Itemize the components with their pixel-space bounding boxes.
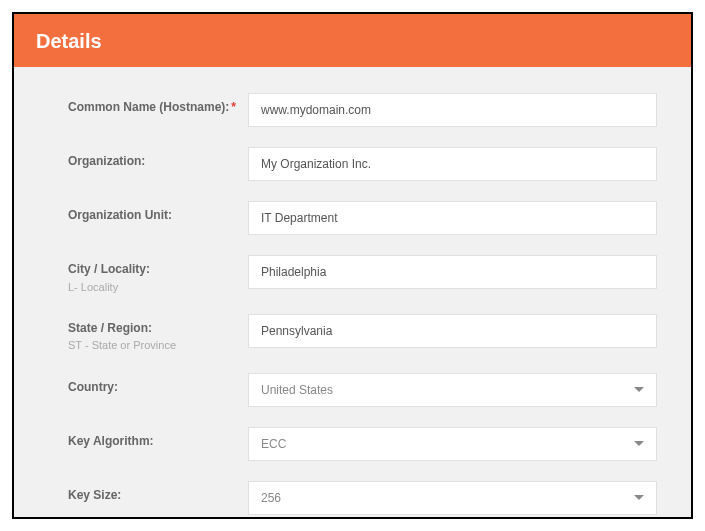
key-size-select[interactable]: 256 bbox=[248, 481, 657, 515]
row-key-algorithm: Key Algorithm: ECC bbox=[68, 427, 657, 461]
row-common-name: Common Name (Hostname):* bbox=[68, 93, 657, 127]
details-panel: Details Common Name (Hostname):* Organiz… bbox=[12, 12, 693, 519]
label-org-unit: Organization Unit: bbox=[68, 201, 248, 224]
row-country: Country: United States bbox=[68, 373, 657, 407]
label-city-hint: L- Locality bbox=[68, 280, 248, 294]
country-select[interactable]: United States bbox=[248, 373, 657, 407]
country-value: United States bbox=[261, 383, 333, 397]
label-text: Organization: bbox=[68, 154, 145, 168]
label-key-size: Key Size: bbox=[68, 481, 248, 504]
key-algorithm-select[interactable]: ECC bbox=[248, 427, 657, 461]
label-text: Key Algorithm: bbox=[68, 434, 154, 448]
label-text: Organization Unit: bbox=[68, 208, 172, 222]
org-unit-input[interactable] bbox=[248, 201, 657, 235]
organization-input[interactable] bbox=[248, 147, 657, 181]
row-organization: Organization: bbox=[68, 147, 657, 181]
label-state-hint: ST - State or Province bbox=[68, 338, 248, 352]
label-text: City / Locality: bbox=[68, 262, 150, 276]
key-size-value: 256 bbox=[261, 491, 281, 505]
row-org-unit: Organization Unit: bbox=[68, 201, 657, 235]
panel-header: Details bbox=[14, 14, 691, 67]
label-country: Country: bbox=[68, 373, 248, 396]
row-city: City / Locality: L- Locality bbox=[68, 255, 657, 294]
label-text: State / Region: bbox=[68, 321, 152, 335]
chevron-down-icon bbox=[634, 495, 644, 500]
label-text: Key Size: bbox=[68, 488, 121, 502]
row-state: State / Region: ST - State or Province bbox=[68, 314, 657, 353]
label-organization: Organization: bbox=[68, 147, 248, 170]
chevron-down-icon bbox=[634, 387, 644, 392]
common-name-input[interactable] bbox=[248, 93, 657, 127]
label-state: State / Region: ST - State or Province bbox=[68, 314, 248, 353]
required-marker: * bbox=[231, 100, 236, 114]
label-common-name: Common Name (Hostname):* bbox=[68, 93, 248, 116]
state-input[interactable] bbox=[248, 314, 657, 348]
label-key-algorithm: Key Algorithm: bbox=[68, 427, 248, 450]
city-input[interactable] bbox=[248, 255, 657, 289]
key-algorithm-value: ECC bbox=[261, 437, 286, 451]
label-text: Country: bbox=[68, 380, 118, 394]
label-city: City / Locality: L- Locality bbox=[68, 255, 248, 294]
row-key-size: Key Size: 256 bbox=[68, 481, 657, 515]
panel-title: Details bbox=[36, 30, 102, 52]
form: Common Name (Hostname):* Organization: O… bbox=[14, 67, 691, 519]
chevron-down-icon bbox=[634, 441, 644, 446]
label-text: Common Name (Hostname): bbox=[68, 100, 229, 114]
